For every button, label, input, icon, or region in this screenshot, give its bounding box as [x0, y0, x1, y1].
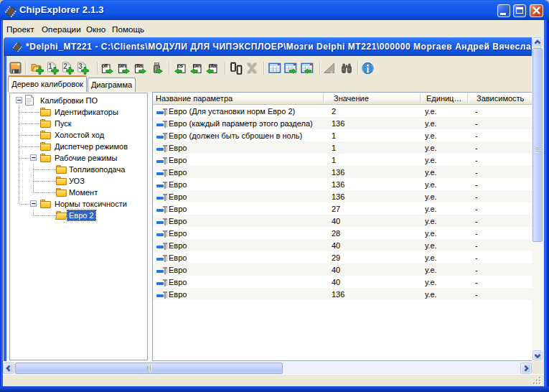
svg-text:3: 3 [78, 62, 83, 70]
svg-text:bin: bin [193, 62, 201, 69]
svg-text:bin: bin [118, 62, 126, 69]
svg-text:cs: cs [177, 62, 184, 69]
svg-text:dta: dta [135, 62, 143, 69]
svg-text:1: 1 [48, 62, 52, 70]
svg-text:dta: dta [209, 62, 217, 69]
svg-text:ofi: ofi [102, 62, 108, 69]
svg-text:2: 2 [63, 62, 67, 70]
